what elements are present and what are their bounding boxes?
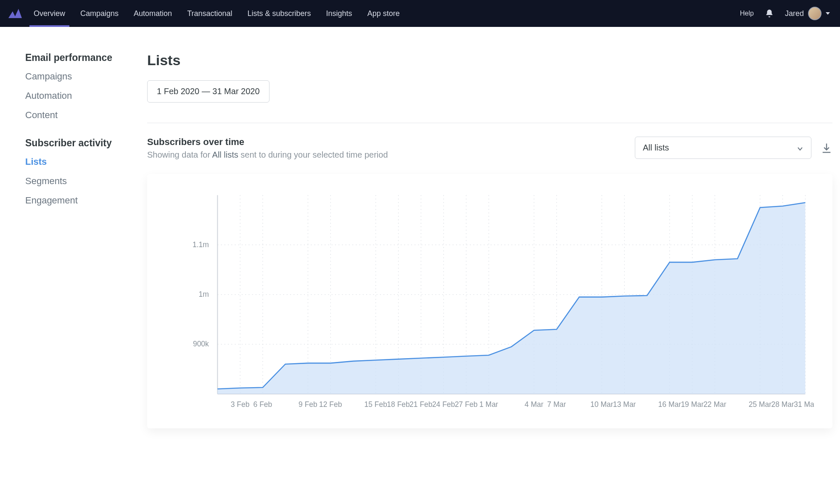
svg-text:3 Feb: 3 Feb (231, 400, 250, 409)
chevron-down-icon (797, 145, 803, 151)
svg-text:25 Mar: 25 Mar (749, 400, 772, 409)
nav-right: Help Jared (740, 7, 830, 20)
sidebar-item-campaigns[interactable]: Campaigns (25, 71, 126, 82)
dropdown-value: All lists (643, 143, 669, 153)
svg-text:24 Feb: 24 Feb (432, 400, 455, 409)
svg-text:10 Mar: 10 Mar (590, 400, 613, 409)
svg-text:1.1m: 1.1m (193, 240, 209, 249)
nav-items: OverviewCampaignsAutomationTransactional… (34, 0, 400, 27)
sidebar-group2-title: Subscriber activity (25, 137, 126, 149)
caret-down-icon (826, 12, 830, 15)
topnav: OverviewCampaignsAutomationTransactional… (0, 0, 840, 27)
nav-item-campaigns[interactable]: Campaigns (80, 0, 119, 27)
svg-text:4 Mar: 4 Mar (525, 400, 544, 409)
list-selector-dropdown[interactable]: All lists (635, 137, 811, 159)
svg-text:22 Mar: 22 Mar (703, 400, 726, 409)
svg-text:19 Mar: 19 Mar (681, 400, 704, 409)
svg-text:1 Mar: 1 Mar (479, 400, 498, 409)
nav-item-lists-subscribers[interactable]: Lists & subscribers (248, 0, 311, 27)
svg-text:13 Mar: 13 Mar (613, 400, 636, 409)
sidebar-item-engagement[interactable]: Engagement (25, 195, 126, 206)
subscribers-chart: 900k1m1.1m3 Feb6 Feb9 Feb12 Feb15 Feb18 … (147, 174, 832, 428)
svg-text:21 Feb: 21 Feb (409, 400, 432, 409)
notifications-icon[interactable] (765, 9, 774, 18)
help-link[interactable]: Help (740, 10, 754, 17)
brand-logo[interactable] (8, 9, 22, 18)
sidebar-group1-title: Email performance (25, 52, 126, 63)
user-menu[interactable]: Jared (785, 7, 830, 20)
nav-item-transactional[interactable]: Transactional (187, 0, 232, 27)
svg-text:31 Mar: 31 Mar (794, 400, 814, 409)
sidebar-item-segments[interactable]: Segments (25, 176, 126, 187)
svg-text:1m: 1m (199, 290, 209, 298)
sidebar-item-automation[interactable]: Automation (25, 90, 126, 101)
svg-text:18 Feb: 18 Feb (387, 400, 409, 409)
main-content: Lists 1 Feb 2020 — 31 Mar 2020 Subscribe… (147, 52, 832, 428)
nav-item-app-store[interactable]: App store (367, 0, 400, 27)
avatar (808, 7, 822, 20)
download-icon[interactable] (821, 142, 832, 154)
svg-text:27 Feb: 27 Feb (455, 400, 478, 409)
svg-text:16 Mar: 16 Mar (658, 400, 682, 409)
svg-marker-1 (14, 9, 22, 18)
sidebar: Email performance CampaignsAutomationCon… (25, 52, 126, 428)
nav-item-automation[interactable]: Automation (134, 0, 172, 27)
divider (147, 123, 832, 123)
svg-text:7 Mar: 7 Mar (547, 400, 566, 409)
nav-item-overview[interactable]: Overview (34, 0, 65, 27)
section-title: Subscribers over time (147, 137, 388, 148)
area-chart: 900k1m1.1m3 Feb6 Feb9 Feb12 Feb15 Feb18 … (166, 191, 814, 416)
svg-text:15 Feb: 15 Feb (365, 400, 387, 409)
svg-text:12 Feb: 12 Feb (319, 400, 342, 409)
svg-text:28 Mar: 28 Mar (771, 400, 794, 409)
svg-text:6 Feb: 6 Feb (254, 400, 272, 409)
svg-text:900k: 900k (193, 340, 209, 348)
sidebar-item-content[interactable]: Content (25, 110, 126, 121)
svg-text:9 Feb: 9 Feb (298, 400, 317, 409)
date-range-picker[interactable]: 1 Feb 2020 — 31 Mar 2020 (147, 80, 269, 103)
user-name: Jared (785, 9, 804, 18)
sidebar-item-lists[interactable]: Lists (25, 156, 126, 167)
section-subtitle: Showing data for All lists sent to durin… (147, 150, 388, 160)
nav-item-insights[interactable]: Insights (326, 0, 352, 27)
page-title: Lists (147, 52, 832, 69)
